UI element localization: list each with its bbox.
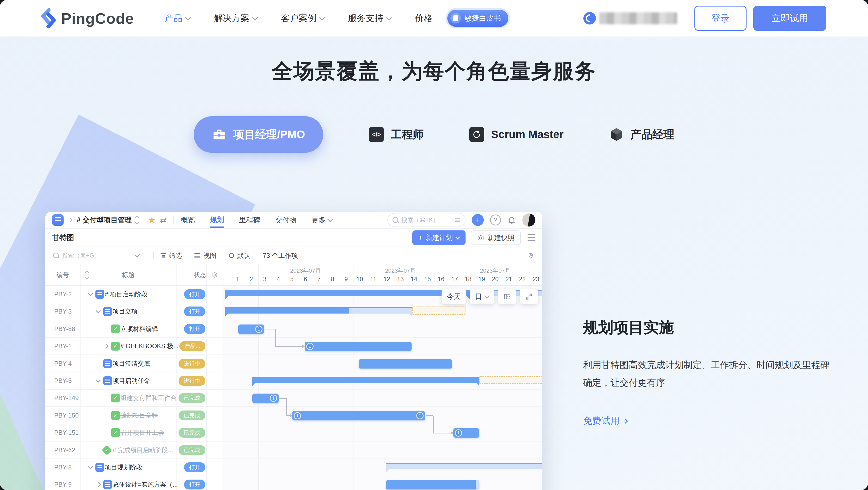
nav-item[interactable]: 解决方案 — [214, 12, 257, 24]
global-search-input[interactable]: 搜索（⌘+K） — [388, 213, 466, 227]
status-badge[interactable]: 打开 — [184, 324, 206, 334]
nav-item[interactable]: 服务支持 — [348, 12, 391, 24]
table-row[interactable]: PBY-8项目规划阶段打开 — [45, 459, 223, 476]
status-badge[interactable]: 已完成 — [179, 445, 206, 455]
status-badge[interactable]: 已完成 — [179, 428, 206, 438]
view-settings-button[interactable]: 视图 — [194, 251, 216, 260]
table-row[interactable]: PBY-88✓立项材料编辑打开 — [45, 320, 223, 338]
new-plan-button[interactable]: + 新建计划 — [412, 231, 466, 245]
top-nav: PingCode 产品解决方案客户案例服务支持价格 敏捷白皮书 登录 立即试用 — [0, 0, 868, 36]
status-badge[interactable]: 进行中 — [179, 359, 206, 369]
status-badge[interactable]: 打开 — [184, 480, 206, 489]
role-tabs: 项目经理/PMO</>工程师Scrum Master产品经理 — [0, 116, 868, 153]
app-tab[interactable]: 概览 — [181, 212, 195, 228]
breadcrumb-chevron-icon — [67, 217, 73, 222]
free-trial-link[interactable]: 免费试用 — [583, 415, 627, 427]
chevron-down-icon — [484, 293, 490, 299]
collapse-chevron-icon[interactable] — [96, 377, 101, 382]
table-row[interactable]: PBY-9总体设计=实施方案（...打开 — [45, 476, 223, 490]
whitepaper-badge[interactable]: 敏捷白皮书 — [447, 10, 508, 27]
collapse-chevron-icon[interactable] — [88, 464, 93, 469]
trial-button[interactable]: 立即试用 — [753, 6, 826, 31]
toggle-panel-button[interactable] — [498, 289, 516, 304]
gantt-summary-bar[interactable] — [412, 307, 466, 315]
today-button[interactable]: 今天 — [441, 289, 466, 304]
gantt-summary-bar[interactable] — [225, 307, 349, 313]
list-view-icon[interactable] — [528, 234, 535, 241]
day-label: 21 — [502, 276, 516, 283]
default-view-button[interactable]: 默认 — [229, 251, 250, 260]
gantt-summary-bar[interactable] — [349, 307, 412, 313]
avatar[interactable] — [522, 213, 535, 226]
pingcode-logo[interactable]: PingCode — [40, 8, 134, 29]
role-tab-label: 工程师 — [391, 127, 424, 142]
table-row[interactable]: PBY-150✓编制项目章程已完成 — [45, 407, 223, 424]
nav-item-label: 产品 — [165, 12, 183, 24]
gantt-task-bar[interactable] — [305, 342, 411, 351]
locate-pin-icon[interactable] — [527, 251, 534, 259]
collapse-chevron-icon[interactable] — [96, 308, 101, 313]
collapse-chevron-icon[interactable] — [88, 291, 93, 296]
nav-item[interactable]: 客户案例 — [281, 12, 324, 24]
table-row[interactable]: PBY-5项目启动任命进行中 — [45, 372, 223, 390]
app-tab[interactable]: 更多 — [311, 212, 332, 228]
expand-chevron-icon[interactable] — [103, 343, 109, 349]
status-badge[interactable]: 打开 — [184, 462, 206, 472]
gantt-summary-bar[interactable] — [252, 377, 479, 383]
favorite-star-icon[interactable]: ★ — [148, 215, 156, 225]
swap-icon[interactable]: ⇄ — [160, 216, 166, 225]
status-badge[interactable]: 产品... — [179, 341, 206, 351]
gantt-summary-bar[interactable] — [479, 376, 542, 384]
day-label: 2 — [245, 276, 258, 283]
role-tab[interactable]: Scrum Master — [469, 127, 563, 142]
fullscreen-button[interactable] — [520, 289, 538, 304]
table-row[interactable]: PBY-2# 项目启动阶段打开 — [45, 286, 223, 303]
new-plan-label: 新建计划 — [426, 233, 453, 242]
filter-button[interactable]: 筛选 — [161, 251, 182, 260]
table-row[interactable]: PBY-1✓# GEEKBOOKS 极...产品... — [45, 338, 223, 355]
app-tab[interactable]: 交付物 — [275, 212, 297, 228]
gantt-search-input[interactable]: 搜索（⌘+G） — [53, 251, 139, 259]
role-tab[interactable]: </>工程师 — [369, 127, 424, 142]
app-tab[interactable]: 规划 — [210, 212, 224, 228]
table-row[interactable]: PBY-3项目立项打开 — [45, 303, 223, 320]
task-type-list-icon — [103, 307, 112, 316]
column-settings-icon[interactable] — [206, 264, 223, 285]
project-switcher-icon[interactable] — [135, 216, 139, 224]
time-unit-dropdown[interactable]: 日 — [470, 289, 494, 304]
login-button[interactable]: 登录 — [694, 6, 747, 31]
status-badge[interactable]: 进行中 — [179, 376, 206, 386]
status-badge[interactable]: 打开 — [184, 289, 206, 299]
gantt-grid: 编号 标题 状态 PBY — [45, 264, 542, 490]
app-tab[interactable]: 里程碑 — [239, 212, 260, 228]
role-tab[interactable]: 项目经理/PMO — [194, 116, 323, 153]
nav-item[interactable]: 价格 — [415, 12, 433, 24]
table-row[interactable]: PBY-151✓召开项目开工会已完成 — [45, 424, 223, 441]
dependency-count-badge: 1 — [255, 326, 262, 333]
status-badge[interactable]: 已完成 — [179, 393, 206, 403]
gantt-task-bar[interactable] — [359, 359, 452, 369]
breadcrumb[interactable]: # 交付型项目管理 — [76, 215, 132, 225]
status-badge[interactable]: 已完成 — [179, 410, 206, 421]
gantt-task-bar[interactable] — [292, 411, 425, 421]
gantt-panel: 2023年07月2023年07月2023年07月1234567891011121… — [223, 264, 542, 490]
scrum-icon — [469, 127, 484, 142]
status-badge[interactable]: 打开 — [184, 307, 206, 316]
table-row[interactable]: PBY-149✓组建交付群和工作台已完成 — [45, 390, 223, 407]
add-button[interactable]: + — [472, 214, 484, 226]
task-type-check-icon: ✓ — [111, 325, 120, 333]
table-row[interactable]: PBY-4项目澄清交底进行中 — [45, 355, 223, 372]
project-icon[interactable] — [52, 214, 64, 226]
expand-chevron-icon[interactable] — [96, 482, 101, 487]
table-row[interactable]: PBY-62✓# 完成项目启动阶段...已完成 — [45, 442, 223, 459]
role-tab[interactable]: 产品经理 — [609, 127, 674, 142]
help-button[interactable]: ? — [490, 215, 501, 225]
summary-notch — [409, 313, 412, 317]
gantt-summary-bar[interactable] — [225, 290, 470, 296]
notifications-bell-icon[interactable] — [507, 215, 516, 225]
dependency-connector — [433, 433, 451, 433]
nav-item[interactable]: 产品 — [165, 12, 190, 24]
gantt-task-bar[interactable] — [386, 480, 479, 489]
gantt-summary-bar[interactable] — [386, 463, 542, 469]
new-snapshot-button[interactable]: 新建快照 — [471, 231, 521, 245]
